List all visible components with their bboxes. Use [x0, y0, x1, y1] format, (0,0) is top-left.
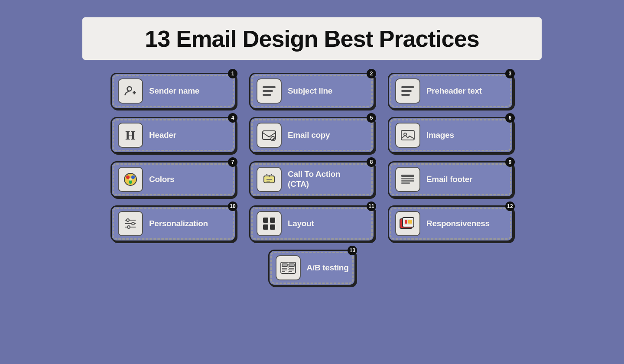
- card-item-4: 4HHeader: [110, 117, 236, 153]
- card-item-3: 3Preheader text: [388, 73, 514, 109]
- svg-rect-4: [401, 86, 414, 88]
- card-label-13: A/B testing: [307, 263, 349, 273]
- card-label-9: Email footer: [426, 175, 472, 185]
- card-icon-heading: H: [118, 123, 143, 148]
- svg-rect-20: [401, 180, 414, 182]
- svg-rect-36: [408, 220, 412, 224]
- svg-rect-31: [270, 224, 275, 230]
- card-item-12: 12 Responsiveness: [388, 205, 514, 242]
- card-icon-image: [395, 123, 420, 148]
- card-label-4: Header: [149, 130, 176, 140]
- card-item-1: 1 Sender name: [110, 73, 236, 109]
- svg-text:✓: ✓: [272, 138, 275, 141]
- card-icon-person-add: [118, 78, 143, 104]
- card-label-5: Email copy: [288, 130, 330, 140]
- card-label-8: Call To Action (CTA): [288, 169, 340, 189]
- card-label-7: Colors: [149, 175, 174, 185]
- card-icon-footer-lines: [395, 167, 420, 192]
- card-number-5: 5: [367, 113, 376, 123]
- card-label-10: Personalization: [149, 219, 208, 229]
- card-icon-ab-test: [276, 255, 301, 280]
- card-number-6: 6: [505, 113, 515, 123]
- card-number-7: 7: [228, 157, 237, 167]
- svg-rect-29: [270, 218, 275, 223]
- card-icon-grid: [257, 211, 282, 236]
- card-row-4: 10 Personalization11 Layout12: [110, 205, 514, 242]
- svg-rect-28: [263, 218, 268, 223]
- svg-point-27: [127, 226, 130, 228]
- card-number-2: 2: [367, 69, 376, 78]
- svg-rect-2: [263, 90, 273, 92]
- card-number-8: 8: [367, 157, 376, 167]
- svg-rect-5: [401, 90, 412, 92]
- card-row-2: 4HHeader5 ✓ Email copy6 Images: [110, 117, 514, 153]
- card-number-4: 4: [228, 113, 237, 123]
- svg-point-14: [131, 176, 135, 179]
- card-row-1: 1 Sender name2Subject line3Preheader tex…: [110, 73, 514, 109]
- card-item-10: 10 Personalization: [110, 205, 236, 242]
- svg-point-16: [129, 178, 132, 181]
- card-number-1: 1: [228, 69, 237, 78]
- card-item-8: 8 Call To Action (CTA): [249, 161, 375, 198]
- card-icon-sliders: [118, 211, 143, 236]
- card-icon-lines: [257, 78, 282, 104]
- svg-rect-38: [282, 264, 287, 266]
- svg-rect-21: [401, 182, 410, 184]
- card-number-10: 10: [228, 202, 237, 211]
- card-item-6: 6 Images: [388, 117, 514, 153]
- svg-rect-3: [263, 94, 271, 96]
- svg-rect-1: [263, 86, 276, 88]
- card-icon-lines: [395, 78, 420, 104]
- card-label-1: Sender name: [149, 86, 199, 96]
- card-label-6: Images: [426, 130, 454, 140]
- card-item-2: 2Subject line: [249, 73, 375, 109]
- svg-rect-6: [401, 94, 410, 96]
- card-item-13: 13 A/B testing: [268, 250, 356, 286]
- card-number-3: 3: [505, 69, 515, 78]
- svg-rect-30: [263, 224, 268, 230]
- card-item-7: 7 Colors: [110, 161, 236, 198]
- svg-point-15: [129, 180, 132, 184]
- card-label-11: Layout: [288, 219, 314, 229]
- card-label-3: Preheader text: [426, 86, 482, 96]
- svg-rect-18: [401, 175, 414, 177]
- svg-point-13: [126, 176, 130, 179]
- card-row-3: 7 Colors8 Call To Action (CTA)9Email foo…: [110, 161, 514, 198]
- card-item-9: 9Email footer: [388, 161, 514, 198]
- cards-grid: 1 Sender name2Subject line3Preheader tex…: [110, 73, 514, 286]
- page-title: 13 Email Design Best Practices: [100, 25, 524, 52]
- svg-point-0: [127, 87, 132, 91]
- svg-rect-19: [401, 178, 414, 179]
- card-row-5: 13 A/B testing: [268, 250, 356, 286]
- card-icon-cta: [257, 167, 282, 192]
- card-number-11: 11: [367, 202, 376, 211]
- card-icon-responsive: [395, 211, 420, 236]
- card-label-2: Subject line: [288, 86, 332, 96]
- card-number-13: 13: [348, 246, 357, 255]
- card-number-12: 12: [505, 202, 515, 211]
- title-banner: 13 Email Design Best Practices: [82, 17, 542, 60]
- svg-point-23: [127, 219, 129, 221]
- card-label-12: Responsiveness: [426, 219, 490, 229]
- card-item-5: 5 ✓ Email copy: [249, 117, 375, 153]
- card-number-9: 9: [505, 157, 515, 167]
- card-icon-email-copy: ✓: [257, 123, 282, 148]
- svg-rect-10: [401, 130, 414, 140]
- card-icon-palette: [118, 167, 143, 192]
- svg-rect-39: [289, 264, 294, 266]
- card-item-11: 11 Layout: [249, 205, 375, 242]
- svg-rect-35: [405, 220, 407, 224]
- svg-point-25: [132, 222, 134, 225]
